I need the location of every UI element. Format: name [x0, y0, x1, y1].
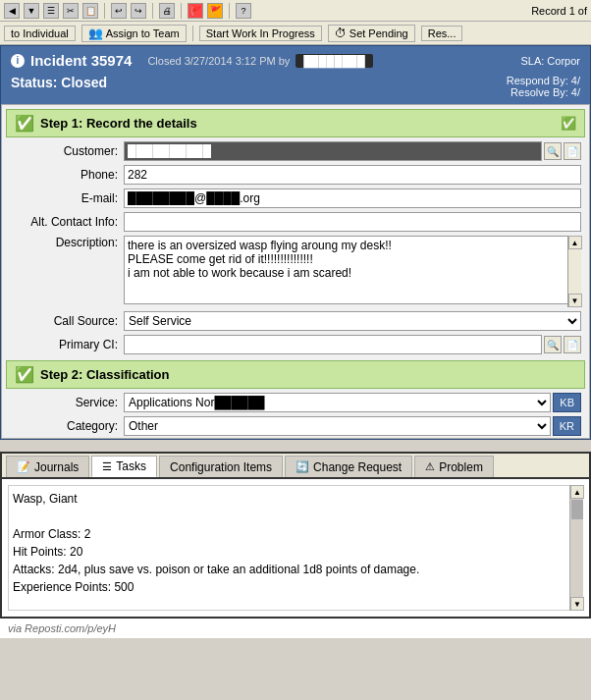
- content-scroll-up-button[interactable]: ▲: [570, 485, 584, 499]
- alt-contact-label: Alt. Contact Info:: [10, 215, 118, 229]
- phone-field: Phone:: [2, 163, 589, 187]
- journal-content-textarea[interactable]: Wasp, Giant Armor Class: 2 Hit Points: 2…: [8, 485, 583, 611]
- config-items-tab-label: Configuration Items: [170, 460, 272, 474]
- toolbar-separator-3: [181, 3, 182, 19]
- start-work-button[interactable]: Start Work In Progress: [199, 26, 322, 41]
- toolbar-separator: [104, 3, 105, 19]
- toolbar-icon-print[interactable]: 🖨: [159, 3, 175, 19]
- panel-gap: [0, 440, 591, 446]
- step1-right-check: ✅: [561, 116, 576, 131]
- customer-field: Customer: 🔍 📄: [2, 139, 589, 163]
- service-select[interactable]: Applications Nor██████: [124, 393, 551, 412]
- action-separator: [192, 26, 193, 41]
- scroll-up-button[interactable]: ▲: [568, 236, 582, 249]
- toolbar-icon-copy[interactable]: 📋: [82, 3, 98, 19]
- info-icon: i: [11, 54, 25, 68]
- incident-header: i Incident 35974 Closed 3/27/2014 3:12 P…: [1, 46, 590, 73]
- tab-bar: 📝 Journals ☰ Tasks Configuration Items 🔄…: [2, 454, 589, 479]
- alt-contact-field: Alt. Contact Info:: [2, 210, 589, 234]
- service-select-group: Applications Nor██████ KB: [124, 393, 581, 412]
- customer-new-button[interactable]: 📄: [564, 142, 581, 160]
- action-bar: to Individual 👥 Assign to Team Start Wor…: [0, 22, 591, 45]
- customer-label: Customer:: [10, 144, 118, 158]
- tab-tasks[interactable]: ☰ Tasks: [91, 456, 157, 477]
- resolve-by: Resolve By: 4/: [507, 86, 580, 98]
- category-label: Category:: [10, 419, 118, 433]
- content-scrollbar: ▲ ▼: [569, 485, 583, 611]
- call-source-select[interactable]: Self Service: [124, 311, 581, 331]
- kr-button[interactable]: KR: [553, 416, 581, 436]
- assign-individual-button[interactable]: to Individual: [4, 26, 76, 41]
- description-field: Description: there is an oversized wasp …: [2, 234, 589, 309]
- scroll-down-button[interactable]: ▼: [568, 294, 582, 307]
- toolbar-icon-cut[interactable]: ✂: [63, 3, 79, 19]
- description-scrollbar: ▲ ▼: [567, 236, 581, 307]
- primary-ci-new-button[interactable]: 📄: [564, 336, 581, 353]
- toolbar-icon-help[interactable]: ?: [236, 3, 251, 19]
- change-request-icon: 🔄: [296, 460, 309, 473]
- toolbar-icon-undo[interactable]: ↩: [111, 3, 127, 19]
- resolve-button[interactable]: Res...: [421, 26, 463, 41]
- clock-icon: ⏱: [335, 27, 347, 40]
- description-textarea[interactable]: there is an oversized wasp flying aroung…: [124, 236, 581, 304]
- tab-problem[interactable]: ⚠ Problem: [414, 456, 494, 477]
- primary-ci-field: Primary CI: 🔍 📄: [2, 333, 589, 356]
- service-field: Service: Applications Nor██████ KB: [2, 391, 589, 414]
- customer-input-group: 🔍 📄: [124, 141, 581, 161]
- kb-button[interactable]: KB: [553, 393, 581, 412]
- journals-tab-label: Journals: [34, 460, 79, 474]
- respond-by: Respond By: 4/: [507, 75, 580, 86]
- set-pending-label: Set Pending: [349, 27, 408, 39]
- toolbar-icon-redo[interactable]: ↪: [131, 3, 146, 19]
- toolbar-icon-menu[interactable]: ☰: [43, 3, 59, 19]
- toolbar-icon-flag-red[interactable]: 🚩: [188, 3, 203, 19]
- tab-journals[interactable]: 📝 Journals: [6, 456, 89, 477]
- team-icon: 👥: [88, 27, 103, 40]
- start-work-label: Start Work In Progress: [206, 27, 315, 39]
- customer-input[interactable]: [124, 141, 542, 161]
- category-select[interactable]: Other: [124, 416, 551, 436]
- bottom-panel: 📝 Journals ☰ Tasks Configuration Items 🔄…: [0, 452, 591, 619]
- customer-search-button[interactable]: 🔍: [544, 142, 562, 160]
- incident-panel: i Incident 35974 Closed 3/27/2014 3:12 P…: [0, 45, 591, 440]
- assign-team-button[interactable]: 👥 Assign to Team: [81, 25, 187, 42]
- incident-sla: SLA: Corpor: [520, 55, 580, 67]
- content-textarea-wrap: Wasp, Giant Armor Class: 2 Hit Points: 2…: [8, 485, 583, 611]
- toolbar-icon-down[interactable]: ▼: [24, 3, 39, 19]
- description-wrap: there is an oversized wasp flying aroung…: [124, 236, 581, 307]
- journals-icon: 📝: [17, 460, 30, 473]
- email-input[interactable]: [124, 188, 581, 208]
- primary-ci-input[interactable]: [124, 335, 542, 354]
- phone-input[interactable]: [124, 165, 581, 185]
- step1-right-icon: ✅: [561, 116, 576, 131]
- footer-text: via Reposti.com/p/eyH: [8, 622, 116, 634]
- tab-config-items[interactable]: Configuration Items: [159, 456, 283, 477]
- resolve-label: Res...: [428, 27, 457, 39]
- tasks-tab-label: Tasks: [116, 459, 146, 473]
- toolbar: ◀ ▼ ☰ ✂ 📋 ↩ ↪ 🖨 🚩 🚩 ? Record 1 of: [0, 0, 591, 22]
- toolbar-icon-back[interactable]: ◀: [4, 3, 20, 19]
- tab-change-request[interactable]: 🔄 Change Request: [285, 456, 412, 477]
- problem-tab-label: Problem: [439, 460, 483, 474]
- toolbar-separator-4: [229, 3, 230, 19]
- primary-ci-search-button[interactable]: 🔍: [544, 336, 562, 353]
- service-label: Service:: [10, 396, 118, 409]
- toolbar-icon-flag-yellow[interactable]: 🚩: [207, 3, 223, 19]
- email-label: E-mail:: [10, 191, 118, 205]
- step1-header: ✅ Step 1: Record the details ✅: [6, 109, 585, 137]
- status-bar: Status: Closed Respond By: 4/ Resolve By…: [1, 73, 590, 104]
- phone-label: Phone:: [10, 168, 118, 182]
- incident-title: Incident 35974: [30, 52, 132, 69]
- problem-icon: ⚠: [425, 460, 435, 473]
- category-field: Category: Other KR: [2, 414, 589, 438]
- primary-ci-input-group: 🔍 📄: [124, 335, 581, 354]
- content-scroll-track: [570, 499, 583, 597]
- content-scroll-down-button[interactable]: ▼: [570, 597, 584, 611]
- description-label: Description:: [10, 236, 118, 249]
- assign-individual-label: to Individual: [11, 27, 69, 39]
- alt-contact-input[interactable]: [124, 212, 581, 232]
- call-source-label: Call Source:: [10, 314, 118, 328]
- email-field-row: E-mail:: [2, 187, 589, 210]
- category-select-group: Other KR: [124, 416, 581, 436]
- set-pending-button[interactable]: ⏱ Set Pending: [328, 25, 415, 42]
